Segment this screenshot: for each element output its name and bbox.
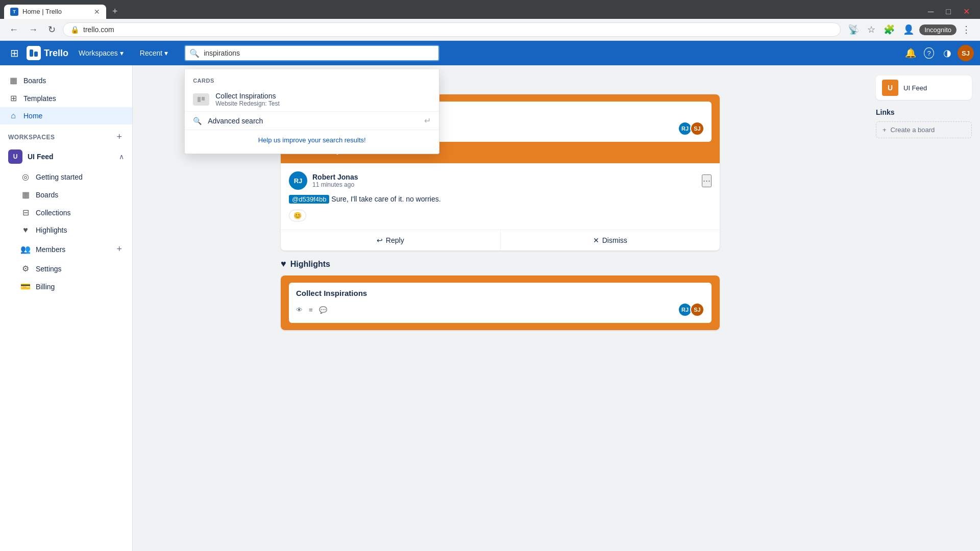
workspaces-nav[interactable]: Workspaces ▾ bbox=[72, 46, 130, 60]
card-avatars: RJ SJ bbox=[680, 121, 704, 136]
watch-icon-2: 👁 bbox=[296, 306, 303, 314]
comment-body: @d539f4bb Sure, I'll take care of it. no… bbox=[289, 194, 712, 205]
url-text: trello.com bbox=[83, 26, 114, 34]
highlights-section-header-2: ♥ Highlights bbox=[281, 259, 720, 269]
highlights-section-title-2: Highlights bbox=[290, 260, 330, 269]
members-icon: 👥 bbox=[20, 244, 31, 254]
search-container: 🔍 CARDS Collect Inspirations Website Red… bbox=[184, 45, 439, 61]
result-title: Collect Inspirations bbox=[215, 92, 280, 100]
reply-btn[interactable]: ↩ Reply bbox=[281, 230, 501, 251]
uifeed-icon: U bbox=[882, 80, 898, 96]
card-banner-2: Collect Inspirations 👁 ≡ 💬 bbox=[281, 276, 720, 330]
close-btn[interactable]: ✕ bbox=[957, 5, 976, 18]
user-avatar[interactable]: SJ bbox=[958, 45, 974, 61]
notification-btn[interactable]: 🔔 bbox=[902, 45, 919, 61]
card-actions-1: ↩ Reply ✕ Dismiss bbox=[281, 230, 720, 251]
theme-btn[interactable]: ◑ bbox=[939, 45, 955, 61]
workspace-name: UI Feed bbox=[28, 153, 114, 161]
create-board-label: Create a board bbox=[891, 126, 935, 134]
improve-link[interactable]: Help us improve your search results! bbox=[258, 136, 366, 144]
cards-section-label: CARDS bbox=[185, 73, 439, 88]
maximize-btn[interactable]: □ bbox=[940, 5, 957, 18]
sidebar-templates-label: Templates bbox=[23, 94, 56, 103]
workspace-header[interactable]: U UI Feed ∧ bbox=[0, 145, 132, 168]
search-result-text: Collect Inspirations Website Redesign: T… bbox=[215, 92, 280, 107]
trello-logo-text: Trello bbox=[44, 48, 68, 59]
recent-nav[interactable]: Recent ▾ bbox=[134, 46, 174, 60]
trello-logo[interactable]: Trello bbox=[27, 46, 68, 60]
extensions-icon-btn[interactable]: 🧩 bbox=[880, 22, 898, 37]
workspace-sub-items: ◎ Getting started ▦ Boards ⊟ Collections… bbox=[0, 168, 132, 295]
comment-more-btn[interactable]: ··· bbox=[702, 174, 712, 187]
theme-icon: ◑ bbox=[943, 47, 951, 59]
bookmark-icon-btn[interactable]: ☆ bbox=[864, 22, 878, 37]
more-btn[interactable]: ⋮ bbox=[959, 22, 974, 37]
search-result-collect[interactable]: Collect Inspirations Website Redesign: T… bbox=[185, 88, 439, 111]
minimize-btn[interactable]: ─ bbox=[922, 5, 940, 18]
search-input[interactable] bbox=[184, 45, 439, 61]
dismiss-icon: ✕ bbox=[593, 236, 599, 244]
desc-meta-2: ≡ bbox=[309, 306, 313, 314]
sidebar-item-boards[interactable]: ▦ Boards bbox=[0, 71, 132, 89]
comment-section-1: RJ Robert Jonas 11 minutes ago ··· @d539… bbox=[281, 163, 720, 230]
members-label: Members bbox=[36, 245, 65, 254]
comment-header-1: RJ Robert Jonas 11 minutes ago ··· bbox=[289, 171, 712, 190]
sidebar-item-home[interactable]: ⌂ Home bbox=[0, 107, 132, 124]
sidebar-item-templates[interactable]: ⊞ Templates bbox=[0, 89, 132, 107]
browser-chrome: T Home | Trello ✕ + ─ □ ✕ ← → ↻ 🔒 trello… bbox=[0, 0, 980, 41]
reaction-btn[interactable]: 😊 bbox=[289, 210, 306, 221]
tab-title: Home | Trello bbox=[22, 8, 90, 15]
dismiss-btn[interactable]: ✕ Dismiss bbox=[501, 230, 720, 251]
tab-favicon: T bbox=[10, 8, 18, 16]
getting-started-icon: ◎ bbox=[20, 172, 31, 182]
watch-meta-2: 👁 bbox=[296, 306, 303, 314]
avatar-sj: SJ bbox=[690, 121, 704, 136]
refresh-btn[interactable]: ↻ bbox=[45, 22, 59, 37]
app-layout: ▦ Boards ⊞ Templates ⌂ Home Workspaces +… bbox=[0, 65, 980, 551]
advanced-search-item[interactable]: 🔍 Advanced search ↵ bbox=[185, 111, 439, 130]
browser-tabs: T Home | Trello ✕ + ─ □ ✕ bbox=[0, 0, 980, 19]
browser-tab-active[interactable]: T Home | Trello ✕ bbox=[4, 5, 106, 19]
sidebar-settings[interactable]: ⚙ Settings bbox=[4, 260, 132, 278]
comment-text: Sure, I'll take care of it. no worries. bbox=[331, 195, 440, 203]
top-nav-left: ⊞ Trello Workspaces ▾ Recent ▾ bbox=[6, 45, 174, 61]
sidebar-workspace-boards[interactable]: ▦ Boards bbox=[4, 186, 132, 204]
incognito-badge[interactable]: Incognito bbox=[919, 24, 957, 35]
reply-icon: ↩ bbox=[377, 236, 383, 244]
sidebar-collections[interactable]: ⊟ Collections bbox=[4, 204, 132, 221]
grid-icon: ⊞ bbox=[10, 47, 19, 59]
forward-btn[interactable]: → bbox=[26, 22, 41, 37]
grid-icon-btn[interactable]: ⊞ bbox=[6, 45, 22, 61]
enter-icon: ↵ bbox=[424, 116, 431, 126]
mention-tag[interactable]: @d539f4bb bbox=[289, 195, 329, 204]
add-member-btn[interactable]: + bbox=[114, 243, 124, 256]
workspace-avatar: U bbox=[8, 149, 22, 164]
getting-started-label: Getting started bbox=[36, 173, 83, 181]
new-tab-button[interactable]: + bbox=[108, 4, 122, 19]
create-board-btn[interactable]: + Create a board bbox=[876, 121, 972, 138]
trello-logo-icon bbox=[27, 46, 41, 60]
cast-icon-btn[interactable]: 📡 bbox=[845, 22, 862, 37]
profile-icon-btn[interactable]: 👤 bbox=[900, 22, 917, 37]
links-section: Links + Create a board bbox=[876, 108, 972, 138]
address-bar[interactable]: 🔒 trello.com bbox=[63, 22, 841, 37]
chevron-down-icon: ▾ bbox=[120, 49, 124, 57]
back-btn[interactable]: ← bbox=[6, 22, 21, 37]
workspace-boards-icon: ▦ bbox=[20, 190, 31, 199]
comment-time: 11 minutes ago bbox=[312, 181, 358, 188]
right-panel-uifeed[interactable]: U UI Feed bbox=[876, 76, 972, 100]
sidebar-billing[interactable]: 💳 Billing bbox=[4, 278, 132, 295]
help-btn[interactable]: ? bbox=[921, 45, 937, 61]
top-nav: ⊞ Trello Workspaces ▾ Recent ▾ bbox=[0, 41, 980, 65]
sidebar-members[interactable]: 👥 Members + bbox=[4, 239, 132, 260]
sidebar-highlights[interactable]: ♥ Highlights bbox=[4, 221, 132, 239]
browser-toolbar: ← → ↻ 🔒 trello.com 📡 ☆ 🧩 👤 Incognito ⋮ bbox=[0, 19, 980, 41]
nav-right: 🔔 ? ◑ SJ bbox=[902, 45, 974, 61]
add-workspace-btn[interactable]: + bbox=[114, 131, 124, 143]
avatar-sj-2: SJ bbox=[690, 303, 704, 317]
tab-close-btn[interactable]: ✕ bbox=[94, 8, 100, 16]
toolbar-icons: 📡 ☆ 🧩 👤 Incognito ⋮ bbox=[845, 22, 974, 37]
card-title-2: Collect Inspirations bbox=[296, 289, 704, 297]
search-icon-sm: 🔍 bbox=[193, 117, 202, 125]
sidebar-getting-started[interactable]: ◎ Getting started bbox=[4, 168, 132, 186]
